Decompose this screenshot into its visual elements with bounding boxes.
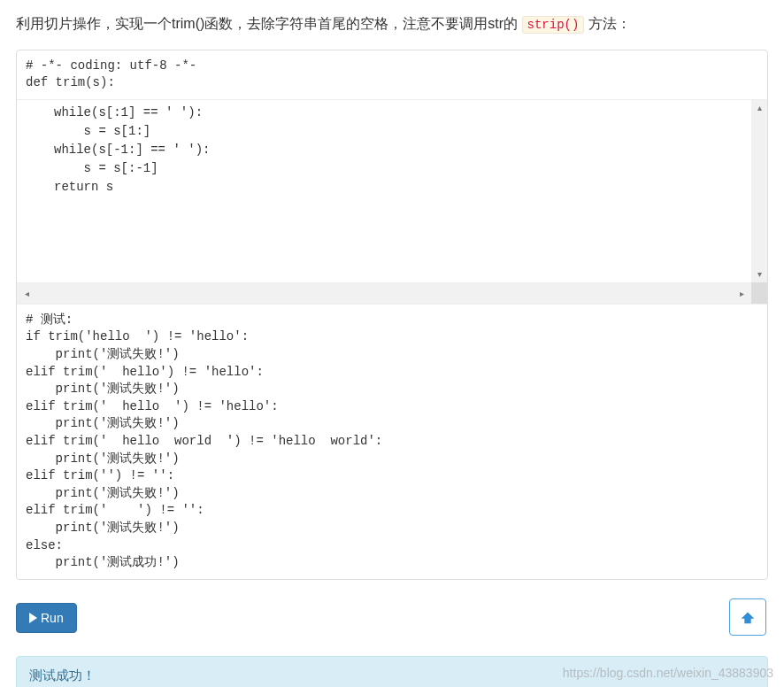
code-editor[interactable]: while(s[:1] == ' '): s = s[1:] while(s[-… (17, 100, 767, 282)
vertical-scrollbar[interactable]: ▴ ▾ (751, 100, 767, 282)
scroll-up-arrow-icon[interactable]: ▴ (751, 100, 767, 116)
code-header-block: # -*- coding: utf-8 -*- def trim(s): (17, 50, 767, 99)
code-tests-block: # 测试: if trim('hello ') != 'hello': prin… (17, 305, 767, 579)
description-suffix: 方法： (588, 16, 631, 31)
inline-code-strip: strip() (522, 16, 585, 34)
description-prefix: 利用切片操作，实现一个trim()函数，去除字符串首尾的空格，注意不要调用str… (16, 16, 518, 31)
run-button[interactable]: Run (16, 603, 77, 633)
run-button-label: Run (41, 611, 64, 625)
scroll-right-arrow-icon[interactable]: ▸ (734, 286, 749, 302)
scroll-down-arrow-icon[interactable]: ▾ (751, 266, 767, 282)
output-panel: 测试成功！ (16, 656, 768, 687)
horizontal-scrollbar[interactable]: ◂ ▸ (17, 282, 751, 304)
scroll-to-top-button[interactable] (729, 598, 766, 636)
play-icon (29, 613, 37, 623)
scroll-left-arrow-icon[interactable]: ◂ (19, 286, 35, 302)
scrollbar-corner (751, 282, 767, 304)
code-container: # -*- coding: utf-8 -*- def trim(s): whi… (16, 50, 768, 580)
arrow-up-icon (738, 607, 757, 627)
problem-description: 利用切片操作，实现一个trim()函数，去除字符串首尾的空格，注意不要调用str… (16, 12, 768, 35)
code-editor-wrap: while(s[:1] == ' '): s = s[1:] while(s[-… (17, 99, 767, 305)
output-text: 测试成功！ (29, 668, 96, 683)
